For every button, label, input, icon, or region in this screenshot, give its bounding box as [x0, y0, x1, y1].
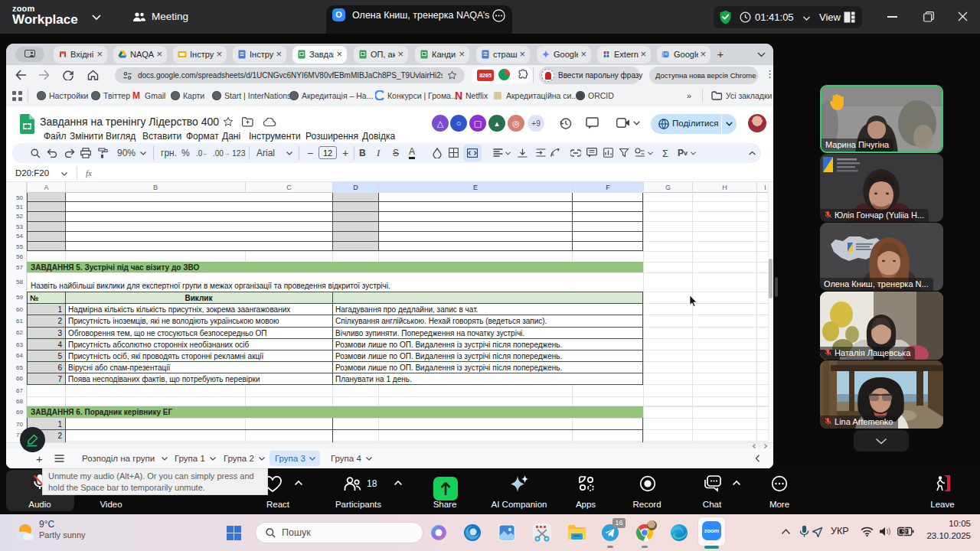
svg-text:A: A [550, 152, 554, 157]
